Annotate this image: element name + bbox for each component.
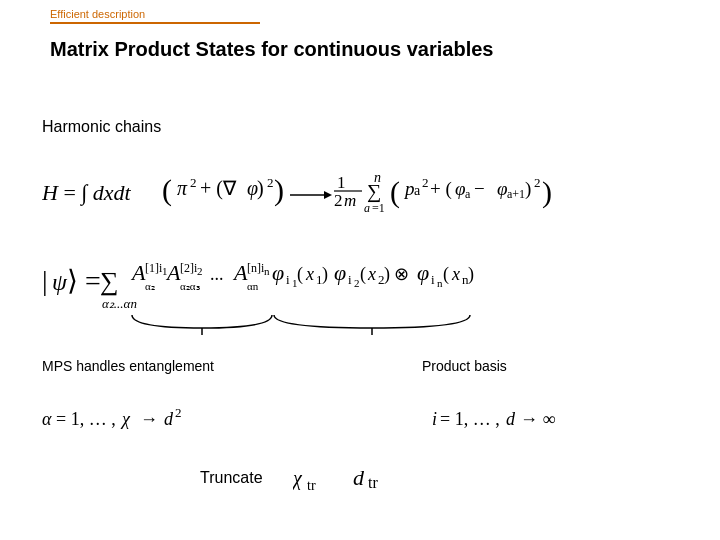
hamiltonian-formula: H = ∫ dxdt ( π 2 + (∇ φ ) 2 ) 1 2 m n ∑ … bbox=[42, 160, 702, 360]
svg-text:[1]i: [1]i bbox=[145, 261, 163, 275]
svg-text:i: i bbox=[432, 409, 437, 429]
svg-text:∑: ∑ bbox=[100, 267, 119, 296]
svg-text:α₂α₃: α₂α₃ bbox=[180, 280, 200, 292]
svg-text:p: p bbox=[403, 178, 415, 199]
svg-text:2: 2 bbox=[534, 175, 541, 190]
svg-text:2: 2 bbox=[190, 175, 197, 190]
truncate-row: Truncate χ tr d tr bbox=[200, 460, 493, 495]
svg-text:): ) bbox=[525, 178, 531, 200]
svg-text:): ) bbox=[257, 177, 264, 200]
svg-text:a: a bbox=[414, 183, 421, 198]
svg-text:ψ: ψ bbox=[52, 269, 68, 295]
annotation-row: MPS handles entanglement Product basis bbox=[42, 358, 702, 374]
svg-text:(: ( bbox=[162, 173, 172, 207]
product-label: Product basis bbox=[422, 358, 507, 374]
svg-text:i: i bbox=[348, 272, 352, 287]
svg-text:−: − bbox=[474, 178, 485, 199]
svg-text:[2]i: [2]i bbox=[180, 261, 198, 275]
svg-text:x: x bbox=[451, 264, 460, 284]
svg-text:+ (∇: + (∇ bbox=[200, 177, 237, 200]
svg-text:x: x bbox=[367, 264, 376, 284]
svg-text:): ) bbox=[322, 264, 328, 285]
svg-text:2: 2 bbox=[175, 405, 182, 420]
svg-text:φ: φ bbox=[334, 260, 346, 285]
svg-text:(: ( bbox=[390, 175, 400, 209]
svg-marker-10 bbox=[324, 191, 332, 199]
svg-text:φ: φ bbox=[455, 178, 466, 199]
svg-text:A: A bbox=[130, 260, 146, 285]
svg-text:χ: χ bbox=[120, 409, 131, 429]
svg-text:i: i bbox=[286, 272, 290, 287]
svg-text:→: → bbox=[140, 409, 158, 429]
svg-text:χ: χ bbox=[293, 467, 303, 490]
svg-text:x: x bbox=[305, 264, 314, 284]
svg-text:d: d bbox=[353, 465, 365, 490]
svg-text:= 1, …  ,: = 1, … , bbox=[56, 409, 116, 429]
svg-text:H
       = 
      ∫
      dxdt: H = ∫ dxdt bbox=[42, 180, 132, 206]
svg-text:m: m bbox=[344, 191, 356, 210]
section-label: Harmonic chains bbox=[42, 118, 161, 136]
slide-title: Matrix Product States for continuous var… bbox=[50, 38, 493, 61]
svg-text:=1: =1 bbox=[372, 201, 385, 215]
svg-text:∑: ∑ bbox=[367, 180, 381, 203]
svg-text:i: i bbox=[431, 272, 435, 287]
svg-text:α₂: α₂ bbox=[145, 280, 155, 292]
svg-text:A: A bbox=[232, 260, 248, 285]
svg-text:a: a bbox=[465, 187, 471, 201]
svg-text:(: ( bbox=[297, 264, 303, 285]
svg-text:a+1: a+1 bbox=[507, 187, 525, 201]
svg-text:α₂...αn: α₂...αn bbox=[102, 296, 137, 311]
svg-text:...: ... bbox=[210, 264, 224, 284]
svg-text:n: n bbox=[264, 265, 270, 277]
svg-text:⟩ =: ⟩ = bbox=[67, 265, 101, 296]
svg-text:): ) bbox=[274, 173, 284, 207]
svg-text:φ: φ bbox=[497, 178, 508, 199]
svg-text:αn: αn bbox=[247, 280, 259, 292]
svg-text:φ: φ bbox=[272, 260, 284, 285]
page-container: Efficient description Matrix Product Sta… bbox=[0, 0, 720, 540]
svg-text:a: a bbox=[364, 201, 370, 215]
svg-text:2: 2 bbox=[267, 175, 274, 190]
svg-text:): ) bbox=[542, 175, 552, 209]
svg-text:): ) bbox=[468, 264, 474, 285]
svg-text:): ) bbox=[384, 264, 390, 285]
svg-text:d: d bbox=[164, 409, 174, 429]
svg-text:2: 2 bbox=[334, 191, 343, 210]
svg-text:= 1, …  ,: = 1, … , bbox=[440, 409, 500, 429]
svg-text:(: ( bbox=[360, 264, 366, 285]
svg-text:d: d bbox=[506, 409, 516, 429]
svg-text:α: α bbox=[42, 409, 52, 429]
svg-text:φ: φ bbox=[417, 260, 429, 285]
svg-text:2: 2 bbox=[354, 277, 360, 289]
svg-text:2: 2 bbox=[197, 265, 203, 277]
svg-text:|: | bbox=[42, 265, 48, 296]
truncate-label: Truncate bbox=[200, 469, 263, 487]
svg-text:⊗: ⊗ bbox=[394, 264, 409, 284]
svg-text:→ ∞: → ∞ bbox=[520, 409, 556, 429]
sub-formulas: α = 1, … , χ → d 2 i = 1, … , d → ∞ bbox=[42, 395, 702, 455]
tab-label: Efficient description bbox=[50, 8, 260, 24]
svg-text:tr: tr bbox=[368, 474, 378, 491]
svg-text:π: π bbox=[177, 177, 188, 199]
svg-text:[n]i: [n]i bbox=[247, 261, 265, 275]
svg-text:1: 1 bbox=[337, 173, 346, 192]
svg-text:(: ( bbox=[443, 264, 449, 285]
svg-text:A: A bbox=[165, 260, 181, 285]
svg-text:+ (: + ( bbox=[430, 178, 452, 200]
svg-text:tr: tr bbox=[307, 478, 316, 493]
mps-label: MPS handles entanglement bbox=[42, 358, 302, 374]
svg-text:2: 2 bbox=[422, 175, 429, 190]
truncate-formula: χ tr d tr bbox=[293, 460, 493, 495]
